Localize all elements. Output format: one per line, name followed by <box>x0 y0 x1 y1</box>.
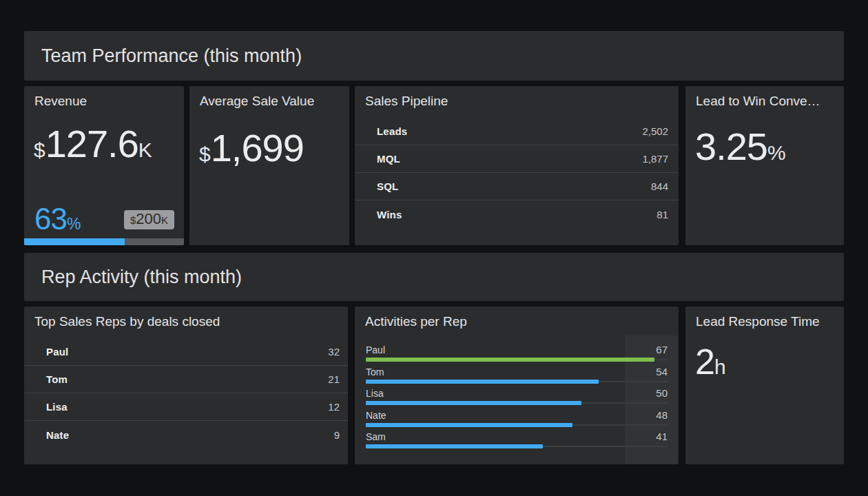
card-title-activities-per-rep: Activities per Rep <box>365 314 672 329</box>
top-reps-row: Paul32 <box>24 338 348 366</box>
card-average-sale-value: Average Sale Value $1,699 <box>189 86 349 245</box>
card-revenue: Revenue $127.6K 63% $200K <box>24 86 184 245</box>
bar-fill <box>366 358 654 362</box>
revenue-value: $127.6K <box>34 125 152 163</box>
card-lead-to-win-conversion: Lead to Win Conve… 3.25% <box>685 86 844 245</box>
lead-response-number: 2 <box>695 342 714 382</box>
bar-rep-name: Lisa <box>366 388 384 399</box>
revenue-magnitude-unit: K <box>138 138 152 161</box>
bar-value-label: 54 <box>656 366 668 378</box>
goal-magnitude-unit: K <box>161 214 168 226</box>
lead-response-unit: h <box>714 355 726 378</box>
rep-name: Tom <box>46 373 68 385</box>
card-sales-pipeline: Sales Pipeline Leads2,502 MQL1,877 SQL84… <box>355 86 679 245</box>
bar-header: Tom54 <box>366 366 668 378</box>
pipeline-stage-value: 2,502 <box>642 125 668 137</box>
bar-track <box>366 380 668 384</box>
goal-number: 200 <box>136 210 161 227</box>
revenue-progress-percent-number: 63 <box>34 202 67 236</box>
bar-value-label: 67 <box>656 344 668 355</box>
pipeline-row-sql: SQL844 <box>355 173 679 200</box>
bar-track <box>366 444 668 448</box>
top-reps-row: Lisa12 <box>24 393 348 421</box>
revenue-progress-bar <box>24 238 184 245</box>
top-reps-list: Paul32 Tom21 Lisa12 Nate9 <box>24 338 348 448</box>
bar-rep-name: Paul <box>366 344 385 355</box>
revenue-goal-badge: $200K <box>124 210 174 229</box>
average-sale-value: $1,699 <box>199 129 304 167</box>
pipeline-row-leads: Leads2,502 <box>355 118 679 145</box>
card-activities-per-rep: Activities per Rep Paul67 Tom54 Lisa50 N… <box>355 307 679 464</box>
rep-name: Paul <box>46 346 68 358</box>
lead-to-win-percent-sign: % <box>767 141 786 164</box>
bar-track <box>366 358 668 362</box>
goal-currency-symbol: $ <box>130 214 136 226</box>
pipeline-row-mql: MQL1,877 <box>355 145 679 173</box>
pipeline-stage-value: 1,877 <box>642 153 668 165</box>
top-reps-row: Nate9 <box>24 421 348 448</box>
average-sale-number: 1,699 <box>211 126 304 169</box>
lead-to-win-number: 3.25 <box>695 125 767 168</box>
pipeline-stage-value: 81 <box>657 209 668 220</box>
rep-deals-closed: 21 <box>328 373 340 385</box>
rep-name: Nate <box>46 429 69 441</box>
revenue-progress-fill <box>24 238 125 245</box>
bar-row-tom: Tom54 <box>366 366 668 389</box>
card-title-average-sale-value: Average Sale Value <box>200 94 342 109</box>
card-title-sales-pipeline: Sales Pipeline <box>365 94 672 109</box>
average-sale-currency-symbol: $ <box>199 143 211 165</box>
bar-header: Lisa50 <box>366 388 668 399</box>
bar-value-label: 48 <box>656 410 668 421</box>
bar-row-nate: Nate48 <box>366 410 668 432</box>
revenue-currency-symbol: $ <box>34 138 45 161</box>
pipeline-row-wins: Wins81 <box>355 200 679 228</box>
bar-header: Nate48 <box>366 410 668 421</box>
revenue-progress-percent: 63% <box>34 206 81 231</box>
card-title-top-sales-reps: Top Sales Reps by deals closed <box>34 314 341 329</box>
section-header-team-performance: Team Performance (this month) <box>24 31 844 81</box>
section-title-team-performance: Team Performance (this month) <box>41 45 302 67</box>
section-title-rep-activity: Rep Activity (this month) <box>41 267 242 288</box>
revenue-progress-row: 63% $200K <box>34 206 174 231</box>
card-top-sales-reps: Top Sales Reps by deals closed Paul32 To… <box>24 307 348 464</box>
card-lead-response-time: Lead Response Time 2h <box>685 307 844 464</box>
bar-header: Paul67 <box>366 344 668 355</box>
pipeline-stage-label: SQL <box>377 180 398 192</box>
bar-header: Sam41 <box>366 431 668 442</box>
bar-row-paul: Paul67 <box>366 344 668 366</box>
bar-rep-name: Tom <box>366 366 384 378</box>
bar-track <box>366 401 668 405</box>
section-header-rep-activity: Rep Activity (this month) <box>24 253 844 301</box>
bar-rep-name: Nate <box>366 410 386 421</box>
pipeline-list: Leads2,502 MQL1,877 SQL844 Wins81 <box>355 118 679 228</box>
bar-row-sam: Sam41 <box>366 431 668 453</box>
pipeline-stage-label: MQL <box>377 153 400 165</box>
activities-bar-chart: Paul67 Tom54 Lisa50 Nate48 Sam41 <box>366 344 668 453</box>
top-reps-row: Tom21 <box>24 366 348 393</box>
bar-fill <box>366 444 543 448</box>
bar-track <box>366 423 668 427</box>
card-title-lead-response-time: Lead Response Time <box>696 314 837 329</box>
bar-rep-name: Sam <box>366 431 386 442</box>
card-title-revenue: Revenue <box>34 94 177 109</box>
revenue-number: 127.6 <box>45 122 138 165</box>
card-title-lead-to-win: Lead to Win Conve… <box>696 94 837 109</box>
bar-row-lisa: Lisa50 <box>366 388 668 410</box>
pipeline-stage-value: 844 <box>651 180 668 192</box>
rep-deals-closed: 12 <box>328 401 340 413</box>
bar-fill <box>366 423 572 427</box>
dashboard: Team Performance (this month) Revenue $1… <box>0 0 868 496</box>
lead-to-win-value: 3.25% <box>695 127 786 166</box>
pipeline-stage-label: Leads <box>377 125 407 137</box>
rep-deals-closed: 32 <box>328 346 340 358</box>
lead-response-time-value: 2h <box>695 344 726 380</box>
bar-value-label: 41 <box>656 431 668 442</box>
bar-value-label: 50 <box>656 388 668 399</box>
rep-name: Lisa <box>46 401 68 413</box>
rep-deals-closed: 9 <box>334 429 340 441</box>
revenue-progress-percent-sign: % <box>67 215 81 233</box>
bar-fill <box>366 380 599 384</box>
bar-fill <box>366 401 581 405</box>
pipeline-stage-label: Wins <box>377 209 402 220</box>
